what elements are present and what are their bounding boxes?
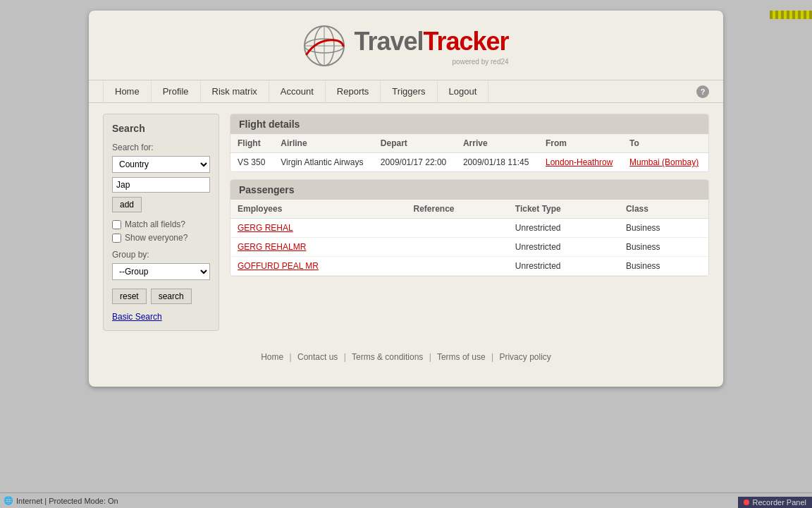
group-by-label: Group by: xyxy=(112,250,210,260)
col-employees: Employees xyxy=(230,200,407,219)
col-arrive: Arrive xyxy=(456,134,539,153)
logo-travel: Travel xyxy=(354,27,423,56)
search-button[interactable]: search xyxy=(151,289,192,304)
flight-table-header-row: Flight Airline Depart Arrive From To xyxy=(230,134,708,153)
passengers-table: Employees Reference Ticket Type Class GE… xyxy=(230,200,708,276)
passenger-row-3: GOFFURD PEAL MR Unrestricted Business xyxy=(230,257,708,276)
nav-profile[interactable]: Profile xyxy=(152,80,201,102)
col-to: To xyxy=(622,134,708,153)
col-reference: Reference xyxy=(407,200,508,219)
logo-text-area: TravelTracker powered by red24 xyxy=(354,27,508,66)
logo-powered: powered by red24 xyxy=(354,58,508,66)
col-flight: Flight xyxy=(230,134,273,153)
col-class: Class xyxy=(619,200,708,219)
nav-logout[interactable]: Logout xyxy=(438,80,489,102)
passengers-header: Passengers xyxy=(230,180,708,200)
nav-links: Home Profile Risk matrix Account Reports… xyxy=(103,80,488,102)
globe-icon xyxy=(303,25,345,67)
flight-arrive: 2009/01/18 11:45 xyxy=(456,153,539,172)
passenger-name-2[interactable]: GERG REHALMR xyxy=(230,238,407,257)
flight-depart: 2009/01/17 22:00 xyxy=(374,153,456,172)
flight-row: VS 350 Virgin Atlantic Airways 2009/01/1… xyxy=(230,153,708,172)
flight-from[interactable]: London-Heathrow xyxy=(539,153,622,172)
passenger-name-3[interactable]: GOFFURD PEAL MR xyxy=(230,257,407,276)
col-airline: Airline xyxy=(273,134,374,153)
passenger-ticket-2: Unrestricted xyxy=(508,238,619,257)
logo-title: TravelTracker xyxy=(354,27,508,56)
recorder-label: Recorder Panel xyxy=(753,498,806,507)
nav-home[interactable]: Home xyxy=(103,80,152,102)
passenger-row-1: GERG REHAL Unrestricted Business xyxy=(230,219,708,238)
flight-to-link[interactable]: Mumbai (Bombay) xyxy=(629,157,699,167)
passenger-class-2: Business xyxy=(619,238,708,257)
passenger-ref-1 xyxy=(407,219,508,238)
search-for-label: Search for: xyxy=(112,143,210,152)
nav-reports[interactable]: Reports xyxy=(326,80,381,102)
flight-code: VS 350 xyxy=(230,153,273,172)
search-text-input[interactable] xyxy=(112,177,210,193)
passenger-ticket-1: Unrestricted xyxy=(508,219,619,238)
flight-airline: Virgin Atlantic Airways xyxy=(273,153,374,172)
logo-area: TravelTracker powered by red24 xyxy=(303,25,508,67)
match-all-row: Match all fields? xyxy=(112,219,210,229)
status-left: 🌐 Internet | Protected Mode: On xyxy=(4,496,118,505)
nav-account[interactable]: Account xyxy=(269,80,326,102)
nav-risk-matrix[interactable]: Risk matrix xyxy=(201,80,269,102)
recorder-dot xyxy=(744,500,749,505)
status-bar: 🌐 Internet | Protected Mode: On 100% xyxy=(0,492,812,508)
nav-triggers[interactable]: Triggers xyxy=(381,80,437,102)
passenger-link-1[interactable]: GERG REHAL xyxy=(238,223,293,233)
footer-privacy[interactable]: Privacy policy xyxy=(499,352,550,362)
logo-tracker: Tracker xyxy=(423,27,508,56)
status-text: Internet | Protected Mode: On xyxy=(16,497,118,505)
search-panel: Search Search for: Country Name Flight D… xyxy=(103,114,219,331)
nav-bar: Home Profile Risk matrix Account Reports… xyxy=(89,80,723,103)
recorder-panel[interactable]: Recorder Panel xyxy=(738,497,812,508)
flight-table: Flight Airline Depart Arrive From To VS … xyxy=(230,134,708,171)
passengers-section: Passengers Employees Reference Ticket Ty… xyxy=(230,179,709,277)
passenger-link-2[interactable]: GERG REHALMR xyxy=(238,242,306,252)
header: TravelTracker powered by red24 xyxy=(89,11,723,80)
passenger-class-3: Business xyxy=(619,257,708,276)
passengers-header-row: Employees Reference Ticket Type Class xyxy=(230,200,708,219)
col-depart: Depart xyxy=(374,134,456,153)
search-type-select[interactable]: Country Name Flight Date xyxy=(112,156,210,173)
passenger-link-3[interactable]: GOFFURD PEAL MR xyxy=(238,261,319,271)
footer-terms-use[interactable]: Terms of use xyxy=(437,352,486,362)
main-container: TravelTracker powered by red24 Home Prof… xyxy=(89,11,723,387)
show-everyone-row: Show everyone? xyxy=(112,233,210,243)
help-icon[interactable]: ? xyxy=(696,85,709,98)
footer-terms-conditions[interactable]: Terms & conditions xyxy=(352,352,423,362)
content-area: Search Search for: Country Name Flight D… xyxy=(89,103,723,341)
show-everyone-checkbox[interactable] xyxy=(112,234,121,243)
basic-search-link[interactable]: Basic Search xyxy=(112,312,162,322)
top-bar-decoration xyxy=(770,11,812,19)
match-all-checkbox[interactable] xyxy=(112,220,121,229)
flight-details-header: Flight details xyxy=(230,114,708,134)
flight-from-link[interactable]: London-Heathrow xyxy=(546,157,613,167)
passenger-ref-3 xyxy=(407,257,508,276)
match-all-label: Match all fields? xyxy=(125,219,185,229)
passenger-ref-2 xyxy=(407,238,508,257)
flight-panel: Flight details Flight Airline Depart Arr… xyxy=(230,114,709,331)
col-ticket-type: Ticket Type xyxy=(508,200,619,219)
search-title: Search xyxy=(112,123,210,134)
footer: Home | Contact us | Terms & conditions |… xyxy=(89,341,723,373)
footer-contact[interactable]: Contact us xyxy=(297,352,338,362)
passenger-name-1[interactable]: GERG REHAL xyxy=(230,219,407,238)
reset-button[interactable]: reset xyxy=(112,289,147,304)
search-buttons: reset search xyxy=(112,289,210,304)
flight-details-section: Flight details Flight Airline Depart Arr… xyxy=(230,114,709,172)
footer-home[interactable]: Home xyxy=(261,352,283,362)
group-by-select[interactable]: --Group Department Country City xyxy=(112,263,210,280)
col-from: From xyxy=(539,134,622,153)
flight-to[interactable]: Mumbai (Bombay) xyxy=(622,153,708,172)
passenger-class-1: Business xyxy=(619,219,708,238)
globe-status-icon: 🌐 xyxy=(4,496,13,505)
passenger-row-2: GERG REHALMR Unrestricted Business xyxy=(230,238,708,257)
outer-wrapper: TravelTracker powered by red24 Home Prof… xyxy=(0,11,812,508)
add-button[interactable]: add xyxy=(112,197,142,212)
passenger-ticket-3: Unrestricted xyxy=(508,257,619,276)
show-everyone-label: Show everyone? xyxy=(125,233,187,243)
